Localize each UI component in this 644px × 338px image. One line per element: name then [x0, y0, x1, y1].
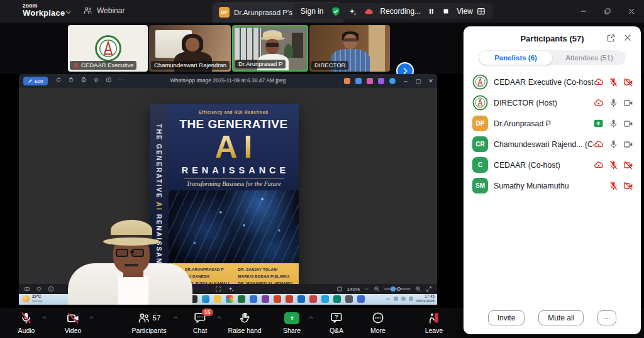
participant-row[interactable]: CEDAAR Executive (Co-host, me) [464, 72, 641, 92]
raise-hand-button[interactable]: Raise hand [228, 311, 261, 334]
taskbar-app-icon[interactable] [357, 295, 365, 303]
zoom-in-icon[interactable] [415, 286, 421, 292]
close-panel-icon[interactable] [623, 33, 632, 42]
video-tile-director[interactable]: DIRECTOR [309, 25, 390, 72]
taskbar-app-icon[interactable] [297, 295, 305, 303]
participant-row[interactable]: DIRECTOR (Host) [464, 92, 641, 113]
mute-all-button[interactable]: Mute all [538, 310, 584, 325]
video-options-chevron-icon[interactable] [89, 315, 94, 320]
app-icon[interactable] [378, 78, 384, 84]
security-shield-icon[interactable] [331, 6, 341, 16]
audio-options-chevron-icon[interactable] [42, 315, 47, 320]
participant-row[interactable]: C CEDAAR (Co-host) [464, 155, 641, 175]
participants-button[interactable]: 57 Participants [132, 311, 167, 334]
video-on-icon[interactable] [623, 119, 633, 129]
tab-panelists[interactable]: Panelists (6) [479, 51, 552, 65]
maximize-window-button[interactable] [595, 0, 620, 23]
tray-icon[interactable] [409, 297, 413, 301]
tray-icon[interactable] [394, 297, 398, 301]
tray-chevron-icon[interactable] [386, 297, 391, 302]
video-on-icon[interactable] [623, 98, 633, 108]
app-icon[interactable] [344, 78, 350, 84]
zoom-slider-knob[interactable] [391, 286, 396, 292]
video-off-icon[interactable] [623, 181, 633, 191]
leave-icon [428, 312, 440, 324]
taskbar-app-icon[interactable] [333, 295, 341, 303]
app-icon[interactable] [355, 78, 362, 84]
mic-on-icon[interactable] [609, 139, 618, 149]
participant-row[interactable]: CR Chamundeswari Rajend... (Co-host) [464, 134, 641, 155]
participant-row[interactable]: SM Sumathy Muniamuthu [464, 175, 641, 196]
participants-options-chevron-icon[interactable] [173, 315, 179, 320]
taskbar-app-icon[interactable] [345, 295, 353, 303]
tray-icon[interactable] [401, 297, 406, 301]
share-options-chevron-icon[interactable] [308, 315, 314, 320]
invite-button[interactable]: Invite [488, 310, 525, 325]
taskbar-weather-widget[interactable]: 29°C Sunny [23, 295, 42, 303]
fullscreen-icon[interactable] [426, 286, 432, 292]
video-off-icon[interactable] [623, 160, 633, 170]
close-window-button[interactable] [619, 0, 644, 23]
webinar-menu[interactable]: Webinar [83, 6, 125, 15]
mic-muted-icon[interactable] [609, 181, 618, 190]
video-on-icon[interactable] [623, 139, 633, 150]
zoom-slider[interactable] [384, 288, 411, 290]
zoom-workplace-logo[interactable]: zoom Workplace [23, 3, 65, 17]
audio-button[interactable]: Audio [18, 311, 35, 334]
photos-close-button[interactable]: ✕ [425, 74, 437, 88]
zoom-to-fit-icon[interactable] [215, 286, 221, 292]
zoom-level-value[interactable]: 140% [347, 286, 360, 292]
taskbar-app-icon[interactable] [309, 295, 317, 303]
taskbar-app-icon[interactable] [238, 295, 245, 303]
chat-button[interactable]: 15 Chat [193, 311, 207, 334]
mic-on-icon[interactable] [609, 98, 618, 107]
taskbar-app-icon[interactable] [250, 295, 257, 303]
filmstrip-icon[interactable] [24, 286, 30, 292]
stop-recording-button[interactable] [442, 8, 450, 15]
mic-muted-icon[interactable] [609, 77, 618, 87]
taskbar-app-icon[interactable] [190, 295, 197, 303]
pause-recording-button[interactable] [428, 8, 435, 15]
video-off-icon[interactable] [623, 77, 633, 87]
view-button[interactable]: View [457, 7, 486, 16]
video-tile-chamundeswari[interactable]: Chamundeswari Rajendran [149, 25, 231, 72]
enhance-icon[interactable] [228, 286, 234, 292]
chat-options-chevron-icon[interactable] [216, 315, 222, 320]
popout-panel-icon[interactable] [606, 33, 616, 43]
leave-button[interactable]: Leave [425, 311, 443, 334]
actual-size-icon[interactable] [336, 286, 343, 292]
minimize-window-button[interactable] [571, 0, 596, 23]
qa-button[interactable]: Q&A [330, 311, 343, 334]
onedrive-icon[interactable] [389, 78, 396, 84]
video-button[interactable]: Video [65, 311, 82, 334]
favorite-heart-icon[interactable] [36, 286, 42, 292]
info-icon[interactable] [48, 286, 54, 292]
more-button[interactable]: More [370, 311, 386, 334]
taskbar-clock[interactable]: 17:45 05/01/2026 [416, 295, 435, 303]
system-tray[interactable]: 17:45 05/01/2026 [386, 295, 435, 303]
video-tile-cedaar-executive[interactable]: CEDAAR Executive [68, 25, 148, 72]
tab-attendees[interactable]: Attendees (51) [553, 50, 626, 65]
taskbar-app-icon[interactable] [202, 295, 209, 303]
sign-in-button[interactable]: Sign in [301, 7, 324, 16]
taskbar-app-icon[interactable] [274, 295, 281, 303]
taskbar-app-icon[interactable] [286, 295, 293, 303]
zoom-level-chevron-icon[interactable] [364, 286, 369, 292]
mic-muted-icon[interactable] [609, 160, 618, 170]
app-icon[interactable] [367, 78, 373, 84]
ai-companion-icon[interactable] [348, 7, 357, 16]
photos-minimize-button[interactable]: – [399, 74, 412, 88]
taskbar-app-icon[interactable] [214, 295, 221, 303]
taskbar-app-icon[interactable] [262, 295, 269, 303]
taskbar-app-icon[interactable] [226, 295, 233, 303]
zoom-out-icon[interactable] [374, 286, 380, 292]
more-options-button[interactable] [597, 310, 616, 325]
photos-maximize-button[interactable]: ▢ [412, 74, 425, 88]
workspace-chevron-down-icon[interactable] [65, 9, 72, 16]
mic-on-icon[interactable] [609, 119, 618, 128]
sun-icon [23, 295, 30, 302]
taskbar-app-icon[interactable] [321, 295, 329, 303]
participant-row[interactable]: DP Dr.Arunprasad P [464, 113, 641, 134]
share-button[interactable]: Share [283, 311, 301, 334]
video-tile-arunprasad-active[interactable]: Dr.Arunprasad P [232, 25, 308, 72]
